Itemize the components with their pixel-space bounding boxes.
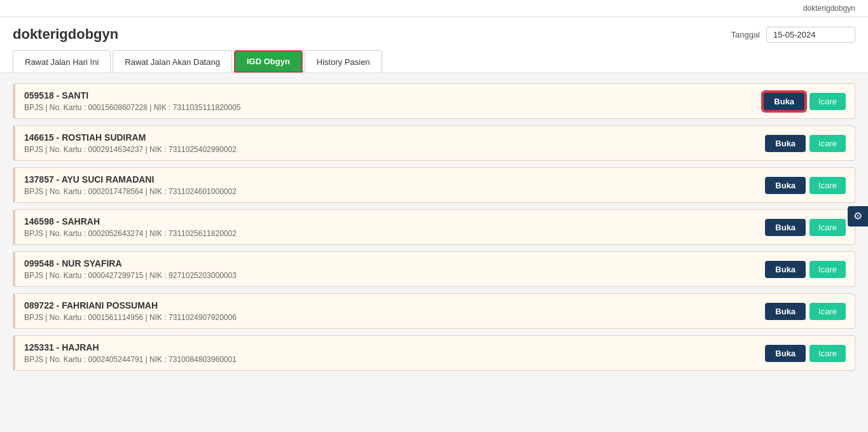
patient-info: 059518 - SANTIBPJS | No. Kartu : 0001560… bbox=[24, 90, 762, 112]
patient-card: 146615 - ROSTIAH SUDIRAMBPJS | No. Kartu… bbox=[13, 125, 855, 161]
main-content: 059518 - SANTIBPJS | No. Kartu : 0001560… bbox=[0, 73, 868, 387]
tab-rawat-jalan-hari-ini[interactable]: Rawat Jalan Hari Ini bbox=[13, 50, 111, 73]
app-title: dokterigdobgyn bbox=[13, 26, 118, 43]
patient-name: 146598 - SAHRAH bbox=[24, 216, 765, 226]
patient-name: 146615 - ROSTIAH SUDIRAM bbox=[24, 132, 765, 143]
patient-info: 146615 - ROSTIAH SUDIRAMBPJS | No. Kartu… bbox=[24, 132, 765, 154]
patient-name: 089722 - FAHRIANI POSSUMAH bbox=[24, 300, 765, 310]
icare-button[interactable]: Icare bbox=[809, 345, 846, 362]
patient-info: 125331 - HAJRAHBPJS | No. Kartu : 000240… bbox=[24, 342, 765, 364]
buka-button[interactable]: Buka bbox=[765, 177, 806, 194]
icare-button[interactable]: Icare bbox=[809, 219, 846, 236]
icare-button[interactable]: Icare bbox=[809, 261, 846, 278]
buka-button[interactable]: Buka bbox=[765, 303, 806, 320]
tanggal-label: Tanggal bbox=[731, 30, 760, 39]
icare-button[interactable]: Icare bbox=[809, 303, 846, 320]
patient-detail: BPJS | No. Kartu : 0000427299715 | NIK :… bbox=[24, 271, 765, 280]
patient-card: 125331 - HAJRAHBPJS | No. Kartu : 000240… bbox=[13, 335, 855, 371]
patient-info: 146598 - SAHRAHBPJS | No. Kartu : 000205… bbox=[24, 216, 765, 238]
buka-button[interactable]: Buka bbox=[765, 345, 806, 362]
settings-button[interactable]: ⚙ bbox=[848, 206, 868, 226]
patient-info: 089722 - FAHRIANI POSSUMAHBPJS | No. Kar… bbox=[24, 300, 765, 322]
buka-button[interactable]: Buka bbox=[765, 135, 806, 152]
tab-rawat-jalan-akan-datang[interactable]: Rawat Jalan Akan Datang bbox=[113, 50, 232, 73]
username-label: dokterigdobgyn bbox=[803, 4, 855, 13]
top-bar: dokterigdobgyn bbox=[0, 0, 868, 17]
header: dokterigdobgyn Tanggal Rawat Jalan Hari … bbox=[0, 17, 868, 73]
card-actions: BukaIcare bbox=[765, 219, 846, 236]
card-actions: BukaIcare bbox=[762, 92, 846, 111]
patient-info: 099548 - NUR SYAFIRABPJS | No. Kartu : 0… bbox=[24, 258, 765, 280]
buka-button[interactable]: Buka bbox=[765, 261, 806, 278]
patient-info: 137857 - AYU SUCI RAMADANIBPJS | No. Kar… bbox=[24, 174, 765, 196]
gear-icon: ⚙ bbox=[853, 210, 862, 222]
icare-button[interactable]: Icare bbox=[809, 93, 846, 110]
patient-detail: BPJS | No. Kartu : 0002914634237 | NIK :… bbox=[24, 145, 765, 154]
tanggal-input[interactable] bbox=[766, 27, 855, 43]
patient-detail: BPJS | No. Kartu : 0002052643274 | NIK :… bbox=[24, 229, 765, 238]
card-actions: BukaIcare bbox=[765, 303, 846, 320]
patient-name: 137857 - AYU SUCI RAMADANI bbox=[24, 174, 765, 185]
card-actions: BukaIcare bbox=[765, 135, 846, 152]
patient-name: 099548 - NUR SYAFIRA bbox=[24, 258, 765, 268]
patient-detail: BPJS | No. Kartu : 00015608607228 | NIK … bbox=[24, 103, 762, 112]
patient-name: 059518 - SANTI bbox=[24, 90, 762, 101]
patient-card: 146598 - SAHRAHBPJS | No. Kartu : 000205… bbox=[13, 209, 855, 245]
header-top: dokterigdobgyn Tanggal bbox=[13, 26, 855, 43]
buka-button[interactable]: Buka bbox=[765, 219, 806, 236]
patient-card: 089722 - FAHRIANI POSSUMAHBPJS | No. Kar… bbox=[13, 293, 855, 329]
buka-button[interactable]: Buka bbox=[762, 92, 806, 111]
patient-card: 099548 - NUR SYAFIRABPJS | No. Kartu : 0… bbox=[13, 251, 855, 287]
icare-button[interactable]: Icare bbox=[809, 135, 846, 152]
card-actions: BukaIcare bbox=[765, 345, 846, 362]
tanggal-section: Tanggal bbox=[731, 27, 855, 43]
tab-igd-obgyn[interactable]: IGD Obgyn bbox=[234, 50, 303, 73]
tab-history-pasien[interactable]: History Pasien bbox=[305, 50, 382, 73]
icare-button[interactable]: Icare bbox=[809, 177, 846, 194]
patient-card: 059518 - SANTIBPJS | No. Kartu : 0001560… bbox=[13, 83, 855, 119]
tabs-container: Rawat Jalan Hari Ini Rawat Jalan Akan Da… bbox=[13, 50, 855, 73]
patient-name: 125331 - HAJRAH bbox=[24, 342, 765, 352]
patient-detail: BPJS | No. Kartu : 0001561114956 | NIK :… bbox=[24, 313, 765, 322]
patient-detail: BPJS | No. Kartu : 0002405244791 | NIK :… bbox=[24, 355, 765, 364]
patient-card: 137857 - AYU SUCI RAMADANIBPJS | No. Kar… bbox=[13, 167, 855, 203]
card-actions: BukaIcare bbox=[765, 177, 846, 194]
patient-detail: BPJS | No. Kartu : 0002017478564 | NIK :… bbox=[24, 187, 765, 196]
card-actions: BukaIcare bbox=[765, 261, 846, 278]
